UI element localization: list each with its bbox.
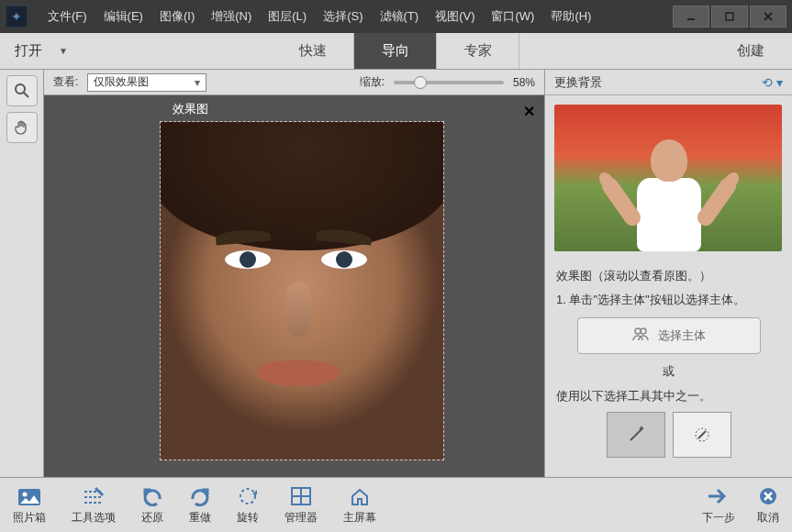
next-label: 下一步: [702, 510, 735, 526]
redo-label: 重做: [189, 510, 211, 526]
cancel-button[interactable]: 取消: [757, 484, 779, 526]
svg-rect-1: [726, 13, 733, 20]
home-icon: [349, 484, 371, 508]
tool-options-icon: [83, 484, 105, 508]
select-subject-label: 选择主体: [658, 327, 706, 344]
tool-options-label: 工具选项: [72, 510, 116, 526]
tool-strip: [0, 70, 44, 477]
zoom-slider[interactable]: [394, 81, 504, 84]
svg-point-7: [641, 328, 646, 334]
titlebar: ✦ 文件(F) 编辑(E) 图像(I) 增强(N) 图层(L) 选择(S) 滤镜…: [0, 0, 792, 33]
tab-quick[interactable]: 快速: [272, 33, 354, 69]
tab-bar: 打开 ▼ 快速 导向 专家 创建: [0, 33, 792, 70]
quick-select-tile[interactable]: [673, 412, 731, 458]
svg-line-8: [630, 429, 641, 440]
tab-expert[interactable]: 专家: [437, 33, 519, 69]
main-area: 查看: 仅限效果图 缩放: 58% 效果图 ✕: [0, 70, 792, 477]
maximize-button[interactable]: [711, 6, 748, 28]
organizer-button[interactable]: 管理器: [284, 484, 318, 526]
menu-enhance[interactable]: 增强(N): [204, 5, 259, 28]
menu-view[interactable]: 视图(V): [428, 5, 482, 28]
svg-point-4: [16, 84, 25, 94]
panel-header: 更换背景 ⟲ ▾: [545, 70, 792, 95]
selection-tool-tiles: [556, 412, 781, 458]
chevron-down-icon: ▼: [59, 46, 68, 56]
zoom-value: 58%: [513, 76, 535, 89]
zoom-controls: 缩放: 58%: [360, 74, 535, 90]
cancel-icon: [758, 484, 778, 508]
svg-point-16: [240, 489, 255, 504]
window-controls: [673, 6, 792, 28]
redo-button[interactable]: 重做: [189, 484, 211, 526]
cancel-label: 取消: [757, 510, 779, 526]
svg-point-6: [635, 328, 641, 334]
zoom-tool-button[interactable]: [6, 75, 38, 106]
panel-step-1: 1. 单击"选择主体"按钮以选择主体。: [556, 292, 781, 308]
chevron-down-icon[interactable]: ▾: [776, 75, 783, 90]
canvas-close-icon[interactable]: ✕: [523, 103, 535, 120]
undo-icon: [141, 484, 163, 508]
menu-edit[interactable]: 编辑(E): [96, 5, 151, 28]
canvas-image[interactable]: [160, 121, 444, 460]
menu-layer[interactable]: 图层(L): [261, 5, 314, 28]
or-label: 或: [556, 363, 781, 380]
photo-bin-icon: [17, 484, 41, 508]
menu-help[interactable]: 帮助(H): [543, 5, 598, 28]
magic-wand-tile[interactable]: [607, 412, 665, 458]
look-label: 查看:: [53, 74, 78, 90]
mode-tabs: 快速 导向 专家: [272, 33, 519, 69]
menu-bar: 文件(F) 编辑(E) 图像(I) 增强(N) 图层(L) 选择(S) 滤镜(T…: [40, 5, 598, 28]
photo-bin-label: 照片箱: [13, 510, 46, 526]
svg-line-5: [24, 93, 28, 97]
minimize-button[interactable]: [673, 6, 709, 28]
organizer-label: 管理器: [284, 510, 318, 526]
close-button[interactable]: [750, 6, 786, 28]
home-button[interactable]: 主屏幕: [343, 484, 376, 526]
view-mode-value: 仅限效果图: [94, 74, 149, 90]
view-mode-select[interactable]: 仅限效果图: [87, 73, 206, 92]
undo-label: 还原: [141, 510, 163, 526]
select-subject-button[interactable]: 选择主体: [577, 317, 761, 354]
home-label: 主屏幕: [343, 510, 376, 526]
open-label: 打开: [15, 42, 42, 60]
menu-select[interactable]: 选择(S): [316, 5, 370, 28]
zoom-slider-thumb[interactable]: [414, 76, 427, 89]
hand-tool-button[interactable]: [6, 112, 38, 143]
people-icon: [632, 327, 649, 345]
alt-tools-label: 使用以下选择工具其中之一。: [556, 388, 781, 405]
menu-filter[interactable]: 滤镜(T): [373, 5, 427, 28]
rotate-label: 旋转: [237, 510, 259, 526]
menu-window[interactable]: 窗口(W): [484, 5, 541, 28]
center-area: 查看: 仅限效果图 缩放: 58% 效果图 ✕: [44, 70, 544, 477]
panel-body: 效果图（滚动以查看原图。） 1. 单击"选择主体"按钮以选择主体。 选择主体 或…: [545, 260, 792, 458]
redo-icon: [189, 484, 211, 508]
view-bar: 查看: 仅限效果图 缩放: 58%: [44, 70, 544, 95]
open-menu-button[interactable]: 打开 ▼: [0, 33, 83, 69]
photo-bin-button[interactable]: 照片箱: [13, 484, 46, 526]
canvas-area: 效果图 ✕: [44, 95, 544, 477]
svg-point-12: [23, 493, 28, 497]
tab-guided[interactable]: 导向: [354, 33, 437, 69]
rotate-icon: [237, 484, 259, 508]
footer-bar: 照片箱 工具选项 还原 重做 旋转 管理器 主屏幕 下一步 取消: [0, 477, 792, 532]
rotate-button[interactable]: 旋转: [237, 484, 259, 526]
tool-options-button[interactable]: 工具选项: [72, 484, 116, 526]
create-button[interactable]: 创建: [709, 33, 792, 69]
next-button[interactable]: 下一步: [702, 484, 735, 526]
svg-line-10: [698, 431, 706, 438]
panel-title: 更换背景: [554, 74, 602, 91]
reset-icon[interactable]: ⟲: [762, 75, 773, 90]
arrow-right-icon: [707, 484, 731, 508]
example-image[interactable]: [554, 105, 782, 251]
zoom-label: 缩放:: [360, 74, 385, 90]
right-panel: 更换背景 ⟲ ▾ 效果图（滚动以查看原图。） 1. 单击"选择主体"按钮以选择主…: [544, 70, 792, 477]
menu-image[interactable]: 图像(I): [152, 5, 202, 28]
undo-button[interactable]: 还原: [141, 484, 163, 526]
app-icon: ✦: [6, 6, 28, 28]
panel-caption: 效果图（滚动以查看原图。）: [556, 268, 781, 284]
organizer-icon: [290, 484, 312, 508]
canvas-title: 效果图: [44, 101, 544, 121]
menu-file[interactable]: 文件(F): [40, 5, 95, 28]
